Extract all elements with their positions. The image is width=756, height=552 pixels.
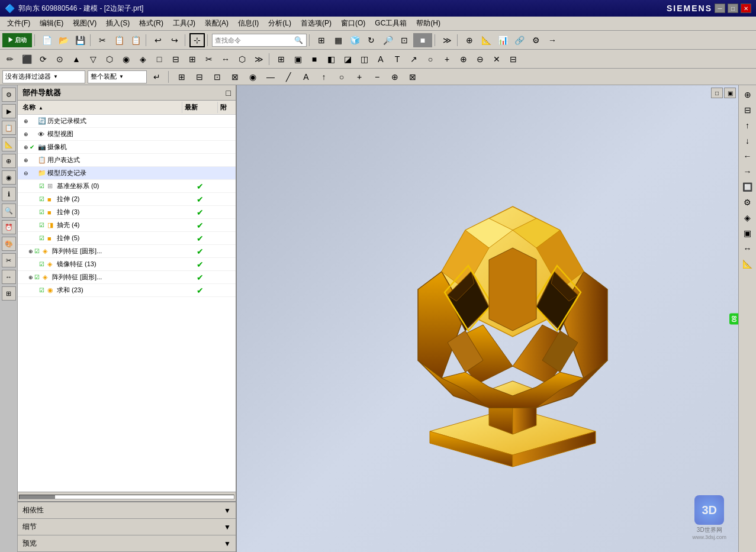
toggle-history-icon[interactable]: ⊕ bbox=[22, 118, 30, 124]
section-btn[interactable]: ◧ bbox=[323, 52, 339, 66]
left-strip-btn-7[interactable]: ℹ bbox=[2, 187, 16, 201]
snap6-btn[interactable]: — bbox=[263, 70, 278, 84]
tree-row-datum[interactable]: ☑ ⊞ 基准坐标系 (0) ✔ bbox=[18, 180, 236, 193]
shell-btn[interactable]: □ bbox=[152, 52, 167, 66]
cross-btn[interactable]: ✕ bbox=[489, 52, 504, 66]
assembly-dropdown[interactable]: 整个装配 ▼ bbox=[88, 70, 147, 83]
nav-scrollbar[interactable] bbox=[18, 492, 236, 501]
arrow-btn[interactable]: ↗ bbox=[406, 52, 422, 66]
pocket-btn[interactable]: ▽ bbox=[85, 52, 101, 66]
tree-row-mirror13[interactable]: ☑ ◈ 镜像特征 (13) ✔ bbox=[18, 258, 236, 271]
right-btn-1[interactable]: ⊕ bbox=[740, 88, 755, 102]
arrow-right-btn[interactable]: → bbox=[545, 33, 560, 47]
solid-btn[interactable]: ■ bbox=[307, 52, 322, 66]
nav-section-details[interactable]: 细节 ▼ bbox=[18, 519, 236, 535]
extend-btn[interactable]: ↔ bbox=[218, 52, 233, 66]
shade-btn[interactable]: ■ bbox=[413, 33, 432, 47]
toggle-expressions-icon[interactable]: ⊕ bbox=[22, 157, 30, 163]
tree-row-extrude3[interactable]: ☑ ■ 拉伸 (3) ✔ bbox=[18, 206, 236, 219]
rect-btn[interactable]: + bbox=[439, 52, 455, 66]
search-icon[interactable]: 🔍 bbox=[294, 36, 303, 44]
right-btn-9[interactable]: ◈ bbox=[740, 211, 755, 225]
right-btn-10[interactable]: ▣ bbox=[740, 226, 755, 240]
dim-btn[interactable]: A bbox=[373, 52, 388, 66]
menu-tools[interactable]: 工具(J) bbox=[168, 17, 200, 30]
left-strip-btn-1[interactable]: ⚙ bbox=[2, 88, 16, 102]
menu-info[interactable]: 信息(I) bbox=[233, 17, 263, 30]
right-btn-7[interactable]: 🔲 bbox=[740, 180, 755, 194]
plus-btn[interactable]: ⊕ bbox=[456, 52, 471, 66]
tree-row-pattern1[interactable]: ⊕ ☑ ◈ 阵列特征 [圆形]... ✔ bbox=[18, 245, 236, 258]
left-strip-btn-4[interactable]: 📐 bbox=[2, 137, 16, 151]
toggle-model-history-icon[interactable]: ⊖ bbox=[22, 170, 30, 176]
select-btn[interactable]: ⊹ bbox=[189, 33, 205, 47]
more-btn[interactable]: ≫ bbox=[439, 33, 455, 47]
more2-btn[interactable]: ≫ bbox=[251, 52, 266, 66]
menu-insert[interactable]: 插入(S) bbox=[101, 17, 134, 30]
maximize-button[interactable]: □ bbox=[728, 4, 738, 13]
left-strip-btn-3[interactable]: 📋 bbox=[2, 121, 16, 135]
copy-btn[interactable]: 📋 bbox=[111, 33, 127, 47]
param-btn[interactable]: ⚙ bbox=[528, 33, 543, 47]
revolve-btn[interactable]: ⟳ bbox=[36, 52, 51, 66]
snap8-btn[interactable]: A bbox=[298, 70, 314, 84]
snap5-btn[interactable]: ◉ bbox=[245, 70, 260, 84]
close-button[interactable]: ✕ bbox=[741, 4, 751, 13]
right-btn-5[interactable]: ← bbox=[740, 149, 755, 163]
boss-btn[interactable]: ▲ bbox=[69, 52, 84, 66]
left-strip-btn-13[interactable]: ⊞ bbox=[2, 286, 16, 301]
extrude-btn[interactable]: ⬛ bbox=[19, 52, 34, 66]
right-btn-6[interactable]: → bbox=[740, 164, 755, 179]
fit-btn[interactable]: ⊡ bbox=[397, 33, 412, 47]
wireframe-btn[interactable]: ⊞ bbox=[274, 52, 289, 66]
viewport-btn-1[interactable]: □ bbox=[711, 88, 723, 98]
menu-file[interactable]: 文件(F) bbox=[2, 17, 35, 30]
shade2-btn[interactable]: ◪ bbox=[340, 52, 355, 66]
chamfer-btn[interactable]: ◈ bbox=[135, 52, 150, 66]
blend-btn[interactable]: ◉ bbox=[118, 52, 134, 66]
grid-btn[interactable]: ⊟ bbox=[506, 52, 521, 66]
right-btn-8[interactable]: ⚙ bbox=[740, 195, 755, 209]
left-strip-btn-10[interactable]: 🎨 bbox=[2, 237, 16, 251]
nav-close-button[interactable]: □ bbox=[226, 88, 231, 98]
left-strip-btn-2[interactable]: ▶ bbox=[2, 104, 16, 118]
snap9-btn[interactable]: ↑ bbox=[316, 70, 332, 84]
minus-btn[interactable]: ⊖ bbox=[472, 52, 488, 66]
snap13-btn[interactable]: ⊕ bbox=[387, 70, 403, 84]
menu-analysis[interactable]: 分析(L) bbox=[263, 17, 296, 30]
analysis-btn[interactable]: 📊 bbox=[495, 33, 510, 47]
undo-btn[interactable]: ↩ bbox=[150, 33, 166, 47]
toggle-camera-icon[interactable]: ⊕ bbox=[22, 144, 30, 150]
tree-row-shell4[interactable]: ☑ ◨ 抽壳 (4) ✔ bbox=[18, 219, 236, 232]
filter-apply-btn[interactable]: ↵ bbox=[149, 70, 165, 84]
viewport[interactable]: □ ▣ bbox=[237, 85, 738, 552]
tree-row-model-history[interactable]: ⊖ 📁 模型历史记录 bbox=[18, 167, 236, 180]
toggle-pattern2-icon[interactable]: ⊕ bbox=[27, 275, 34, 280]
snap11-btn[interactable]: + bbox=[352, 70, 367, 84]
measure-btn[interactable]: 📐 bbox=[478, 33, 494, 47]
snap10-btn[interactable]: ○ bbox=[334, 70, 349, 84]
hole-btn[interactable]: ⊙ bbox=[52, 52, 67, 66]
snap1-btn[interactable]: ⊞ bbox=[174, 70, 189, 84]
right-btn-3[interactable]: ↑ bbox=[740, 118, 755, 133]
right-btn-4[interactable]: ↓ bbox=[740, 134, 755, 148]
viewport-btn-2[interactable]: ▣ bbox=[724, 88, 736, 98]
face-btn[interactable]: ▣ bbox=[290, 52, 305, 66]
nav-section-dependencies[interactable]: 相依性 ▼ bbox=[18, 502, 236, 519]
snap7-btn[interactable]: ╱ bbox=[281, 70, 296, 84]
menu-format[interactable]: 格式(R) bbox=[134, 17, 168, 30]
scroll-thumb[interactable] bbox=[20, 495, 55, 499]
right-btn-11[interactable]: ↔ bbox=[740, 241, 755, 256]
text-btn[interactable]: T bbox=[390, 52, 405, 66]
tree-row-extrude5[interactable]: ☑ ■ 拉伸 (5) ✔ bbox=[18, 232, 236, 245]
zoom-btn[interactable]: 🔎 bbox=[380, 33, 395, 47]
left-strip-btn-5[interactable]: ⊕ bbox=[2, 154, 16, 168]
menu-edit[interactable]: 编辑(E) bbox=[35, 17, 68, 30]
filter-dropdown[interactable]: 没有选择过滤器 ▼ bbox=[2, 70, 85, 83]
feature-btn[interactable]: ⊕ bbox=[462, 33, 477, 47]
search-input[interactable] bbox=[215, 37, 292, 44]
nav-section-preview[interactable]: 预览 ▼ bbox=[18, 535, 236, 552]
menu-assembly[interactable]: 装配(A) bbox=[200, 17, 233, 30]
pad-btn[interactable]: ⬡ bbox=[102, 52, 117, 66]
paste-btn[interactable]: 📋 bbox=[128, 33, 143, 47]
